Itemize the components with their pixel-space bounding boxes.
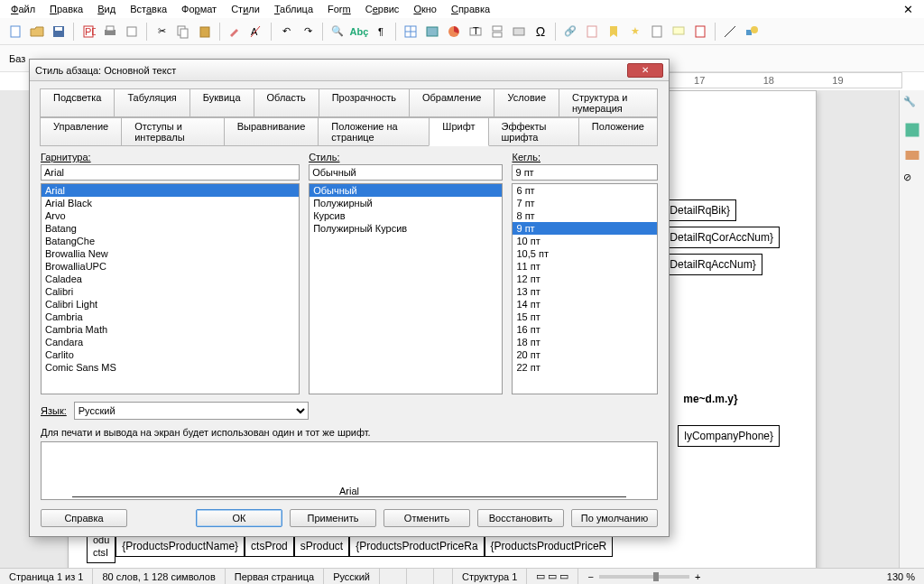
new-doc-icon[interactable] xyxy=(5,22,25,42)
sidebar-styles-icon[interactable] xyxy=(903,121,921,139)
textbox-icon[interactable]: T xyxy=(466,22,485,42)
save-icon[interactable] xyxy=(49,22,69,42)
tab-Буквица[interactable]: Буквица xyxy=(189,88,254,117)
list-item[interactable]: Candara xyxy=(42,336,299,348)
ok-button[interactable]: ОК xyxy=(196,509,282,527)
list-item[interactable]: 22 пт xyxy=(513,361,657,374)
list-item[interactable]: Comic Sans MS xyxy=(42,361,299,374)
dialog-close-button[interactable]: ✕ xyxy=(627,63,663,78)
line-icon[interactable] xyxy=(720,22,740,42)
export-pdf-icon[interactable]: PDF xyxy=(79,22,98,42)
apply-button[interactable]: Применить xyxy=(290,509,376,527)
sidebar-navigator-icon[interactable]: ⊘ xyxy=(903,171,921,190)
list-item[interactable]: Полужирный xyxy=(310,197,502,209)
shapes-icon[interactable] xyxy=(742,22,762,42)
field-icon[interactable] xyxy=(509,22,529,42)
menu-edit[interactable]: Правка xyxy=(42,2,90,16)
list-item[interactable]: Полужирный Курсив xyxy=(310,222,502,235)
list-item[interactable]: 20 пт xyxy=(513,348,657,361)
help-button[interactable]: Справка xyxy=(41,509,127,527)
list-item[interactable]: Browallia New xyxy=(42,247,299,260)
copy-icon[interactable] xyxy=(173,22,193,42)
list-item[interactable]: Обычный xyxy=(310,184,502,197)
status-words[interactable]: 80 слов, 1 128 символов xyxy=(93,569,225,584)
spellcheck-icon[interactable]: Abç xyxy=(349,22,369,42)
list-item[interactable]: Caladea xyxy=(42,273,299,285)
clear-format-icon[interactable]: A xyxy=(246,22,266,42)
list-item[interactable]: Arial Black xyxy=(42,197,299,209)
tab-Положение[interactable]: Положение xyxy=(578,117,658,146)
status-outline[interactable]: Структура 1 xyxy=(453,569,527,584)
list-item[interactable]: 12 пт xyxy=(513,273,657,285)
status-pagestyle[interactable]: Первая страница xyxy=(226,569,324,584)
tab-Обрамление[interactable]: Обрамление xyxy=(409,88,495,117)
menu-file[interactable]: Файл xyxy=(4,2,42,16)
list-item[interactable]: Курсив xyxy=(310,209,502,222)
status-insert-mode[interactable] xyxy=(380,569,407,584)
list-item[interactable]: 15 пт xyxy=(513,311,657,323)
cut-icon[interactable]: ✂ xyxy=(152,22,171,42)
tab-Структура и нумерация[interactable]: Структура и нумерация xyxy=(559,88,658,117)
paste-icon[interactable] xyxy=(195,22,215,42)
track-changes-icon[interactable] xyxy=(690,22,710,42)
undo-icon[interactable]: ↶ xyxy=(276,22,296,42)
font-family-input[interactable] xyxy=(41,164,300,181)
list-item[interactable]: 13 пт xyxy=(513,285,657,298)
list-item[interactable]: 10,5 пт xyxy=(513,247,657,260)
menu-insert[interactable]: Вставка xyxy=(123,2,174,16)
comment-icon[interactable] xyxy=(669,22,688,42)
page-break-icon[interactable] xyxy=(487,22,507,42)
menu-form[interactable]: Form xyxy=(320,2,358,16)
open-icon[interactable] xyxy=(27,22,47,42)
list-item[interactable]: BatangChe xyxy=(42,235,299,247)
list-item[interactable]: Cambria Math xyxy=(42,323,299,336)
list-item[interactable]: 6 пт xyxy=(513,184,657,197)
list-item[interactable]: 8 пт xyxy=(513,209,657,222)
list-item[interactable]: Arvo xyxy=(42,209,299,222)
menu-window[interactable]: Окно xyxy=(406,2,444,16)
zoom-out-icon[interactable]: − xyxy=(587,571,593,582)
status-signature[interactable] xyxy=(434,569,453,584)
tab-Отступы и интервалы[interactable]: Отступы и интервалы xyxy=(121,117,224,146)
font-size-list[interactable]: 6 пт7 пт8 пт9 пт10 пт10,5 пт11 пт12 пт13… xyxy=(512,183,658,394)
list-item[interactable]: 16 пт xyxy=(513,323,657,336)
tab-Область[interactable]: Область xyxy=(254,88,319,117)
hyperlink-icon[interactable]: 🔗 xyxy=(560,22,580,42)
bookmark-icon[interactable] xyxy=(604,22,624,42)
cancel-button[interactable]: Отменить xyxy=(383,509,470,527)
font-style-list[interactable]: ОбычныйПолужирныйКурсивПолужирный Курсив xyxy=(309,183,503,394)
reset-button[interactable]: Восстановить xyxy=(477,509,564,527)
find-icon[interactable]: 🔍 xyxy=(328,22,347,42)
tab-Прозрачность[interactable]: Прозрачность xyxy=(319,88,410,117)
tab-Шрифт[interactable]: Шрифт xyxy=(429,117,488,146)
zoom-slider[interactable] xyxy=(599,575,689,579)
menu-format[interactable]: Формат xyxy=(174,2,224,16)
list-item[interactable]: Cambria xyxy=(42,311,299,323)
window-close-icon[interactable]: ✕ xyxy=(896,1,920,18)
comment-star-icon[interactable]: ★ xyxy=(625,22,645,42)
list-item[interactable]: 11 пт xyxy=(513,260,657,273)
status-view-icons[interactable]: ▭ ▭ ▭ xyxy=(527,569,578,584)
style-dropdown-label[interactable]: Баз xyxy=(5,53,29,64)
menu-view[interactable]: Вид xyxy=(90,2,123,16)
image-insert-icon[interactable] xyxy=(422,22,442,42)
font-family-list[interactable]: ArialArial BlackArvoBatangBatangCheBrowa… xyxy=(41,183,300,394)
list-item[interactable]: BrowalliaUPC xyxy=(42,260,299,273)
list-item[interactable]: 9 пт xyxy=(513,222,657,235)
list-item[interactable]: Batang xyxy=(42,222,299,235)
list-item[interactable]: 7 пт xyxy=(513,197,657,209)
redo-icon[interactable]: ↷ xyxy=(298,22,318,42)
status-zoom[interactable]: 130 % xyxy=(878,569,924,584)
font-style-input[interactable] xyxy=(309,164,503,181)
tab-Положение на странице[interactable]: Положение на странице xyxy=(318,117,430,146)
tab-Подсветка[interactable]: Подсветка xyxy=(40,88,115,117)
chart-icon[interactable] xyxy=(444,22,464,42)
nonprinting-icon[interactable]: ¶ xyxy=(371,22,391,42)
tab-Управление[interactable]: Управление xyxy=(40,117,122,146)
menu-styles[interactable]: Стили xyxy=(224,2,267,16)
zoom-in-icon[interactable]: + xyxy=(695,571,700,582)
sidebar-properties-icon[interactable]: 🔧 xyxy=(903,96,921,114)
list-item[interactable]: 18 пт xyxy=(513,336,657,348)
font-size-input[interactable] xyxy=(512,164,658,181)
print-preview-icon[interactable] xyxy=(122,22,142,42)
